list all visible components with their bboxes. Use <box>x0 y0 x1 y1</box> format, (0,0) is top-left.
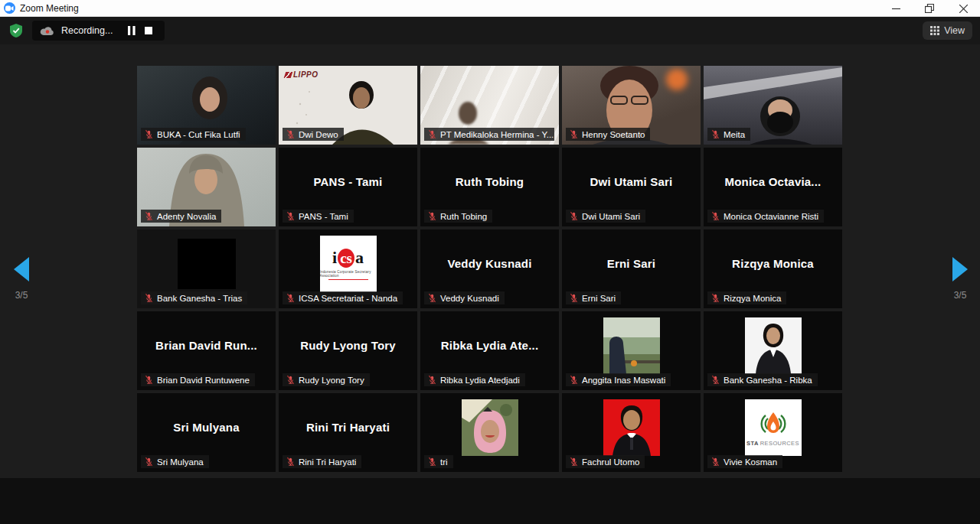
view-button[interactable]: View <box>923 21 972 40</box>
stop-recording-icon[interactable] <box>140 24 157 37</box>
participant-nameplate: Ribka Lydia Atedjadi <box>424 373 525 386</box>
participant-tile[interactable]: Veddy Kusnadi Veddy Kusnadi <box>420 229 559 308</box>
participant-tile[interactable]: Fachrul Utomo <box>562 393 701 472</box>
zoom-meeting-window: Zoom Meeting Recording... <box>0 0 980 524</box>
gallery-stage: 3/5 3/5 BUKA - Cut Fika Lutfi <box>0 44 980 478</box>
participant-display-name: Erni Sari <box>562 229 701 298</box>
view-button-label: View <box>944 25 965 36</box>
restore-button[interactable] <box>913 0 946 17</box>
participant-tile[interactable]: Anggita Inas Maswati <box>562 311 701 390</box>
participant-tile[interactable]: Bank Ganesha - Ribka <box>704 311 842 390</box>
mic-muted-icon <box>286 211 296 221</box>
participant-tile[interactable]: Rudy Lyong Tory Rudy Lyong Tory <box>279 311 417 390</box>
participant-tile[interactable]: Meita <box>704 66 842 145</box>
participant-name: Ruth Tobing <box>440 212 487 221</box>
participant-display-name: Brian David Run... <box>137 311 276 379</box>
participant-tile[interactable]: Sri Mulyana Sri Mulyana <box>137 393 276 472</box>
mic-muted-icon <box>710 375 720 385</box>
participant-name: Anggita Inas Maswati <box>582 376 665 385</box>
participant-nameplate: Anggita Inas Maswati <box>566 373 671 386</box>
mic-muted-icon <box>427 293 437 303</box>
participant-video <box>178 239 236 289</box>
participant-name: Bank Ganesha - Ribka <box>724 376 812 385</box>
participant-nameplate: Brian David Runtuwene <box>141 373 255 386</box>
previous-page-arrow-icon[interactable] <box>12 256 31 282</box>
participant-tile[interactable]: tri <box>420 393 559 472</box>
participant-name: Brian David Runtuwene <box>157 376 250 385</box>
participant-tile[interactable]: Bank Ganesha - Trias <box>137 229 276 308</box>
mic-muted-icon <box>427 457 437 467</box>
participant-name: Rudy Lyong Tory <box>299 376 364 385</box>
participant-display-name: Rizqya Monica <box>704 229 842 298</box>
participant-nameplate: Dwi Utami Sari <box>566 210 645 223</box>
sta-resources-logo: STARESOURCES <box>745 399 802 456</box>
grid-view-icon <box>930 26 939 35</box>
mic-muted-icon <box>710 293 720 303</box>
participant-nameplate: PANS - Tami <box>283 210 354 223</box>
participant-display-name: Ribka Lydia Ate... <box>420 311 559 379</box>
participant-nameplate: Fachrul Utomo <box>566 455 645 468</box>
participant-tile[interactable]: Rini Tri Haryati Rini Tri Haryati <box>279 393 417 472</box>
participant-tile[interactable]: Erni Sari Erni Sari <box>562 229 701 308</box>
mic-muted-icon <box>144 293 154 303</box>
meeting-security-shield-icon[interactable] <box>8 23 24 38</box>
participant-tile[interactable]: Brian David Run... Brian David Runtuwene <box>137 311 276 390</box>
participant-nameplate: ICSA Secretariat - Nanda <box>283 291 403 304</box>
participant-display-name: Veddy Kusnadi <box>420 229 559 298</box>
participant-tile[interactable]: PANS - Tami PANS - Tami <box>279 148 417 226</box>
lippo-logo: LIPPO <box>285 70 318 79</box>
participant-name: Fachrul Utomo <box>582 457 639 467</box>
participant-tile[interactable]: PT Medikaloka Hermina - Y... <box>420 66 559 145</box>
mic-muted-icon <box>710 457 720 467</box>
participant-nameplate: Rizqya Monica <box>707 291 786 304</box>
title-bar: Zoom Meeting <box>0 0 980 17</box>
minimize-button[interactable] <box>879 0 913 17</box>
mic-muted-icon <box>427 129 437 139</box>
participant-display-name: Monica Octavia... <box>704 148 842 216</box>
mic-muted-icon <box>286 293 296 303</box>
participant-display-name: Rini Tri Haryati <box>279 393 417 461</box>
profile-photo <box>603 317 660 374</box>
participant-name: Dwi Dewo <box>299 130 338 139</box>
participant-name: tri <box>440 457 448 467</box>
participant-tile[interactable]: Rizqya Monica Rizqya Monica <box>704 229 842 308</box>
meeting-toolbar: Unmute Stop Video Security <box>0 478 980 524</box>
participant-name: Meita <box>724 130 745 139</box>
participant-name: Rizqya Monica <box>724 294 781 303</box>
participant-tile[interactable]: icsa Indonesia Corporate Secretary Assoc… <box>279 229 417 308</box>
participant-tile[interactable]: Dwi Utami Sari Dwi Utami Sari <box>562 148 701 226</box>
participant-nameplate: Henny Soetanto <box>566 128 650 141</box>
mic-muted-icon <box>144 129 154 139</box>
participant-nameplate: Monica Octavianne Risti <box>707 210 824 223</box>
mic-muted-icon <box>569 375 579 385</box>
participant-name: Erni Sari <box>582 294 616 303</box>
participant-name: Dwi Utami Sari <box>582 212 640 221</box>
pause-recording-icon[interactable] <box>123 24 140 37</box>
participant-name: Adenty Novalia <box>157 212 216 221</box>
participant-tile[interactable]: Adenty Novalia <box>137 148 276 226</box>
participant-tile[interactable]: Ruth Tobing Ruth Tobing <box>420 148 559 226</box>
participant-tile[interactable]: BUKA - Cut Fika Lutfi <box>137 66 276 145</box>
participant-tile[interactable]: LIPPO Dwi Dewo <box>279 66 417 145</box>
participant-nameplate: tri <box>424 455 453 468</box>
participant-display-name: Rudy Lyong Tory <box>279 311 417 379</box>
next-page-arrow-icon[interactable] <box>951 256 969 282</box>
mic-muted-icon <box>569 129 579 139</box>
page-indicator-left: 3/5 <box>6 290 37 301</box>
participant-tile[interactable]: Ribka Lydia Ate... Ribka Lydia Atedjadi <box>420 311 559 390</box>
mic-muted-icon <box>286 129 296 139</box>
close-button[interactable] <box>946 0 980 17</box>
mic-muted-icon <box>144 457 154 467</box>
participant-tile[interactable]: Monica Octavia... Monica Octavianne Rist… <box>704 148 842 226</box>
profile-photo <box>745 317 802 374</box>
participant-name: Rini Tri Haryati <box>299 457 356 467</box>
participant-nameplate: Meita <box>707 128 750 141</box>
participant-tile[interactable]: Henny Soetanto <box>562 66 701 145</box>
participant-tile[interactable]: STARESOURCES Vivie Kosman <box>704 393 842 472</box>
previous-page-control: 3/5 <box>6 256 37 301</box>
participant-nameplate: Dwi Dewo <box>283 128 344 141</box>
participant-name: BUKA - Cut Fika Lutfi <box>157 130 240 139</box>
participant-name: Vivie Kosman <box>724 457 777 467</box>
mic-muted-icon <box>710 211 720 221</box>
mic-muted-icon <box>427 375 437 385</box>
